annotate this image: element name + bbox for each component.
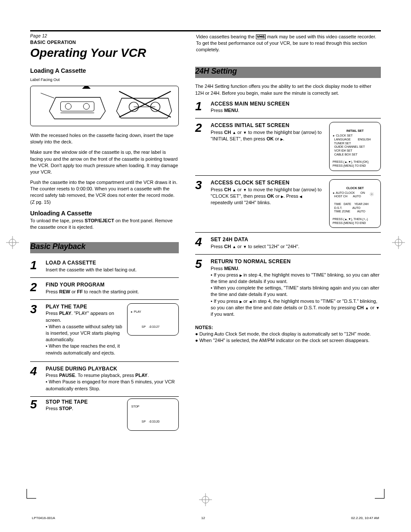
right-column: 24H Setting The 24H Setting function off… — [195, 67, 381, 431]
triangle-up-icon — [232, 188, 236, 192]
osd-clock-set: CLOCK SET► AUTO CLOCK ON HOST CH AUTO TI… — [329, 179, 381, 228]
triangle-down-icon — [243, 131, 247, 135]
basic-playback-heading: Basic Playback — [30, 242, 179, 253]
notes: NOTES: ● During Auto Clock Set mode, the… — [195, 324, 381, 344]
loading-p2: Make sure the window side of the cassett… — [30, 149, 179, 175]
triangle-up-icon — [232, 245, 236, 249]
header-title: Operating Your VCR — [30, 47, 179, 59]
crop-corner-icon — [375, 489, 384, 498]
crop-mark-icon — [6, 236, 19, 249]
header-row: Page 12 BASIC OPERATION Operating Your V… — [30, 33, 381, 59]
right-step2-row: 2 ACCESS INITIAL SET SCREEN Press CH or … — [195, 122, 381, 171]
left-step2: 2 FIND YOUR PROGRAM Press REW or FF to r… — [30, 281, 179, 295]
right-step4: 4 SET 24H DATA Press CH or to select "12… — [195, 236, 381, 250]
header-right: Video cassettes bearing the VHS mark may… — [196, 34, 381, 53]
footer-right: 02.2.20, 10:47 AM — [351, 516, 379, 520]
triangle-up-icon — [365, 306, 369, 310]
svg-point-2 — [84, 103, 90, 109]
svg-point-1 — [65, 103, 72, 109]
header-left: Page 12 BASIC OPERATION Operating Your V… — [30, 34, 179, 59]
right-step5: 5 RETURN TO NORMAL SCREEN Press MENU. • … — [195, 258, 381, 317]
left-step3-row: 3 PLAY THE TAPE Press PLAY. "PLAY" appea… — [30, 303, 179, 357]
triangle-down-icon — [243, 188, 247, 192]
cassette-illustration — [30, 86, 179, 126]
right-step3-row: 3 ACCESS CLOCK SET SCREEN Press CH or to… — [195, 179, 381, 228]
crop-mark-icon — [199, 493, 212, 506]
left-step1: 1 LOAD A CASSETTE Insert the cassette wi… — [30, 259, 179, 273]
triangle-left-icon — [299, 195, 302, 199]
loading-p1: With the recessed holes on the cassette … — [30, 132, 179, 145]
label-front: Label Facing Out — [30, 77, 179, 82]
footer: LPT0416-001A 12 02.2.20, 10:47 AM — [0, 516, 411, 520]
page-number: Page 12 — [30, 34, 179, 38]
triangle-down-icon — [376, 306, 380, 310]
unload-text: To unload the tape, press STOP/EJECT on … — [30, 218, 179, 230]
vhs-logo-icon: VHS — [256, 34, 266, 39]
right-step1: 1 ACCESS MAIN MENU SCREEN Press MENU. — [195, 100, 381, 114]
loading-p3: Push the cassette into the tape compartm… — [30, 179, 179, 205]
left-column: Loading A Cassette Label Facing Out — [30, 67, 179, 431]
svg-line-4 — [41, 93, 55, 98]
cassette-svg — [31, 86, 178, 126]
columns: Loading A Cassette Label Facing Out — [30, 67, 381, 431]
left-step4: 4 PAUSE DURING PLAYBACK Press PAUSE. To … — [30, 365, 179, 392]
footer-page: 12 — [201, 516, 205, 520]
page: Page 12 BASIC OPERATION Operating Your V… — [0, 0, 411, 448]
header-super: BASIC OPERATION — [30, 40, 179, 45]
24h-intro: The 24H Setting function offers you the … — [195, 83, 381, 96]
left-step5-row: 5 STOP THE TAPE Press STOP. STOP SP -0:3… — [30, 398, 179, 431]
crop-corner-icon — [27, 489, 36, 498]
loading-title: Loading A Cassette — [30, 67, 179, 75]
footer-left: LPT0416-001A — [32, 516, 55, 520]
triangle-up-icon — [232, 131, 236, 135]
osd-stop-screen: STOP SP -0:33:20 — [127, 398, 179, 431]
triangle-down-icon — [243, 245, 247, 249]
crop-mark-icon — [392, 236, 405, 249]
header-rule — [30, 30, 381, 31]
svg-rect-0 — [61, 102, 94, 111]
osd-initial-set: INITIAL SET► CLOCK SET LANGUAGE ENGLISH … — [329, 122, 381, 171]
clock-hands-icon: ✳ — [369, 191, 374, 199]
24h-heading: 24H Setting — [195, 67, 381, 78]
vhs-intro: Video cassettes bearing the — [196, 34, 255, 39]
unload-title: Unloading A Cassette — [30, 209, 179, 218]
osd-play-screen: ► PLAY SP -0:33:27 — [127, 303, 179, 336]
